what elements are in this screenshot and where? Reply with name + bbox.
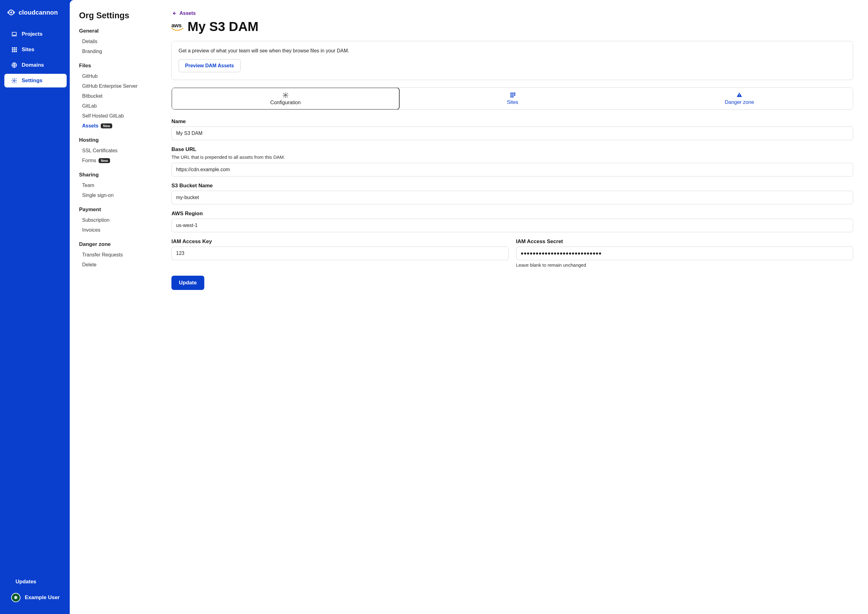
svg-rect-4 [14, 47, 15, 49]
section-payment: Payment [79, 206, 153, 213]
svg-rect-3 [12, 47, 13, 49]
section-hosting: Hosting [79, 137, 153, 143]
svg-rect-21 [510, 96, 512, 98]
preview-card: Get a preview of what your team will see… [171, 41, 853, 80]
main-content: Assets aws My S3 DAM Get a preview of wh… [160, 0, 868, 614]
svg-rect-5 [16, 47, 17, 49]
dam-tabs: Configuration Sites Danger zone [171, 87, 853, 110]
arrow-left-icon [171, 11, 177, 16]
sidebar-nav: Projects Sites Domains Settings [0, 25, 70, 574]
svg-rect-6 [12, 49, 13, 50]
svg-rect-15 [510, 93, 512, 94]
update-button[interactable]: Update [171, 276, 204, 290]
globe-icon [11, 62, 17, 68]
nav-user[interactable]: ✱ Example User [4, 590, 67, 605]
grid-icon [11, 47, 17, 53]
bucket-input[interactable] [171, 191, 853, 205]
nav-label: Domains [22, 62, 44, 68]
field-region: AWS Region [171, 211, 853, 232]
tab-label: Sites [507, 99, 518, 105]
tab-configuration[interactable]: Configuration [171, 87, 400, 110]
iamkey-label: IAM Access Key [171, 239, 509, 245]
svg-rect-18 [510, 94, 512, 96]
page-header: aws My S3 DAM [171, 19, 853, 34]
preview-text: Get a preview of what your team will see… [178, 48, 846, 54]
subnav-sso[interactable]: Single sign-on [79, 191, 153, 200]
subnav-team[interactable]: Team [79, 180, 153, 191]
svg-rect-10 [14, 51, 15, 52]
svg-rect-7 [14, 49, 15, 50]
field-iam-key: IAM Access Key [171, 239, 509, 268]
subnav-gitlab[interactable]: GitLab [79, 101, 153, 111]
subnav-bitbucket[interactable]: Bitbucket [79, 91, 153, 101]
iamkey-input[interactable] [171, 247, 509, 260]
sidebar-bottom: Updates ✱ Example User [0, 574, 70, 608]
new-badge: New [101, 123, 112, 129]
field-bucket: S3 Bucket Name [171, 183, 853, 205]
svg-rect-19 [512, 94, 513, 96]
tab-label: Configuration [270, 99, 301, 105]
subnav-selfgitlab[interactable]: Self Hosted GitLab [79, 111, 153, 121]
baseurl-desc: The URL that is prepended to all assets … [171, 154, 853, 160]
name-label: Name [171, 118, 853, 125]
tab-label: Danger zone [725, 99, 754, 105]
tab-danger[interactable]: Danger zone [626, 88, 853, 110]
breadcrumb-back[interactable]: Assets [171, 11, 853, 16]
field-iam-secret: IAM Access Secret Leave blank to remain … [516, 239, 853, 268]
svg-point-13 [13, 80, 15, 81]
nav-settings[interactable]: Settings [4, 74, 67, 87]
field-name: Name [171, 118, 853, 140]
svg-rect-2 [12, 32, 16, 35]
svg-point-1 [10, 11, 12, 13]
subnav-title: Org Settings [79, 11, 153, 20]
section-sharing: Sharing [79, 172, 153, 178]
gear-icon [11, 78, 17, 84]
subnav-invoices[interactable]: Invoices [79, 225, 153, 235]
svg-rect-23 [739, 94, 740, 96]
subnav-forms[interactable]: Forms New [79, 156, 153, 166]
tab-sites[interactable]: Sites [399, 88, 626, 110]
iamsecret-label: IAM Access Secret [516, 239, 853, 245]
subnav-ghes[interactable]: GitHub Enterprise Server [79, 81, 153, 91]
preview-dam-button[interactable]: Preview DAM Assets [178, 59, 240, 72]
subnav-details[interactable]: Details [79, 37, 153, 47]
gear-icon [282, 92, 288, 98]
nav-label: Sites [22, 47, 34, 53]
region-label: AWS Region [171, 211, 853, 217]
section-files: Files [79, 63, 153, 69]
name-input[interactable] [171, 127, 853, 140]
field-base-url: Base URL The URL that is prepended to al… [171, 146, 853, 177]
baseurl-input[interactable] [171, 163, 853, 177]
svg-rect-22 [512, 96, 513, 98]
iamsecret-input[interactable] [516, 247, 853, 260]
svg-rect-8 [16, 49, 17, 50]
laptop-icon [11, 31, 17, 37]
subnav-branding[interactable]: Branding [79, 47, 153, 56]
iamsecret-hint: Leave blank to remain unchanged [516, 262, 853, 268]
region-input[interactable] [171, 219, 853, 232]
subnav-delete[interactable]: Delete [79, 260, 153, 270]
brand-name: cloudcannon [19, 9, 58, 16]
subnav-ssl[interactable]: SSL Certificates [79, 146, 153, 156]
nav-updates[interactable]: Updates [4, 575, 67, 589]
svg-rect-17 [514, 93, 515, 94]
subnav-github[interactable]: GitHub [79, 71, 153, 81]
nav-label: Updates [16, 578, 36, 585]
breadcrumb-label: Assets [180, 11, 195, 16]
nav-projects[interactable]: Projects [4, 27, 67, 41]
subnav-assets[interactable]: Assets New [79, 121, 153, 131]
subnav-transfer[interactable]: Transfer Requests [79, 250, 153, 260]
page-title: My S3 DAM [188, 19, 259, 34]
svg-rect-16 [512, 93, 513, 94]
nav-sites[interactable]: Sites [4, 43, 67, 56]
nav-label: Settings [22, 78, 42, 84]
nav-domains[interactable]: Domains [4, 58, 67, 72]
nav-label: Projects [22, 31, 42, 37]
aws-logo-icon: aws [171, 22, 183, 31]
warning-icon [736, 92, 742, 98]
org-settings-subnav: Org Settings General Details Branding Fi… [70, 0, 160, 614]
avatar: ✱ [11, 593, 20, 602]
subnav-subscription[interactable]: Subscription [79, 215, 153, 225]
svg-rect-20 [514, 94, 515, 96]
svg-point-14 [285, 94, 286, 96]
